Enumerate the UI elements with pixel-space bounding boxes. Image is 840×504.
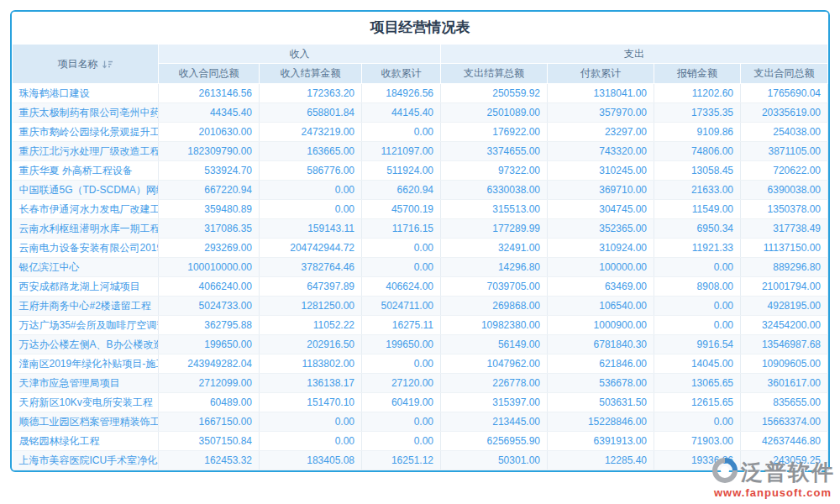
project-name-cell: 天府新区10Kv变电所安装工程 xyxy=(13,393,159,412)
value-cell: 310245.00 xyxy=(548,161,654,181)
value-cell: 1765690.04 xyxy=(741,84,828,103)
table-row[interactable]: 中国联通5G（TD-SCDMA）网络三期667220.940.006620.94… xyxy=(13,181,828,200)
value-cell: 199650.00 xyxy=(159,335,260,354)
value-cell: 16275.11 xyxy=(362,316,441,335)
project-name-cell: 顺德工业园区档案管理精装饰工程 xyxy=(13,412,159,432)
value-cell: 44345.40 xyxy=(159,103,260,123)
column-header-payments-accumulated: 付款累计 xyxy=(548,64,654,84)
value-cell: 586776.00 xyxy=(260,161,362,181)
value-cell: 27120.00 xyxy=(362,374,441,393)
table-row[interactable]: 万达办公楼左侧A、B办公楼改造建设199650.00202916.5019965… xyxy=(13,335,828,354)
table-row[interactable]: 西安成都路龙湖上河城项目4066240.00647397.89406624.00… xyxy=(13,277,828,297)
value-cell: 13065.65 xyxy=(654,374,741,393)
value-cell: 2501089.00 xyxy=(441,103,548,123)
table-row[interactable]: 重庆太极制药有限公司亳州中药材十44345.40658801.8444145.4… xyxy=(13,103,828,123)
value-cell: 15228846.00 xyxy=(548,412,654,432)
value-cell: 9109.86 xyxy=(654,123,741,142)
table-row[interactable]: 上海市美容医院ICU手术室净化工程162453.32183405.0816251… xyxy=(13,451,828,470)
table-row[interactable]: 重庆华夏 外高桥工程设备533924.70586776.00511924.009… xyxy=(13,161,828,181)
table-row[interactable]: 顺德工业园区档案管理精装饰工程1667150.000.000.00213445.… xyxy=(13,412,828,432)
value-cell: 5024733.00 xyxy=(159,297,260,316)
table-row[interactable]: 潼南区2019年绿化补贴项目-施工24243949282.041183802.0… xyxy=(13,354,828,374)
project-name-cell: 万达广场35#会所及咖啡厅空调安装 xyxy=(13,316,159,335)
value-cell: 0.00 xyxy=(362,354,441,374)
value-cell: 0.00 xyxy=(654,258,741,277)
fanpu-logo-icon xyxy=(711,456,739,488)
column-header-receipts-accumulated: 收款累计 xyxy=(362,64,441,84)
column-group-expense: 支出 xyxy=(441,45,828,64)
table-row[interactable]: 银亿滨江中心100010000.003782764.460.0014296.80… xyxy=(13,258,828,277)
table-row[interactable]: 珠海鹤港口建设2613146.56172363.20184926.5625055… xyxy=(13,84,828,103)
sort-icon[interactable] xyxy=(102,60,113,69)
table-row[interactable]: 万达广场35#会所及咖啡厅空调安装362795.8811052.2216275.… xyxy=(13,316,828,335)
report-card: 项目经营情况表 项目名称 xyxy=(10,10,830,472)
value-cell: 74806.00 xyxy=(654,142,741,161)
page-title: 项目经营情况表 xyxy=(12,12,828,44)
table-row[interactable]: 云南电力设备安装有限公司2019--20293269.00204742944.7… xyxy=(13,239,828,258)
table-row[interactable]: 天府新区10Kv变电所安装工程60489.00151470.1060419.00… xyxy=(13,393,828,412)
table-row[interactable]: 云南水利枢纽潜明水库一期工程施工317086.35159143.1111716.… xyxy=(13,219,828,239)
value-cell: 226778.00 xyxy=(441,374,548,393)
value-cell: 1183802.00 xyxy=(260,354,362,374)
project-name-cell: 晟铭园林绿化工程 xyxy=(13,432,159,451)
table-row[interactable]: 长春市伊通河水力发电厂改建工程359480.890.0045700.193155… xyxy=(13,200,828,219)
value-cell: 172363.20 xyxy=(260,84,362,103)
value-cell: 6781840.30 xyxy=(548,335,654,354)
value-cell: 2613146.56 xyxy=(159,84,260,103)
value-cell: 176922.00 xyxy=(441,123,548,142)
brand-url: www.fanpusoft.com xyxy=(714,486,832,499)
value-cell: 254038.00 xyxy=(741,123,828,142)
value-cell: 7039705.00 xyxy=(441,277,548,297)
table-row[interactable]: 重庆市鹅岭公园绿化景观提升工程施2010630.002473219.000.00… xyxy=(13,123,828,142)
project-name-cell: 重庆太极制药有限公司亳州中药材十 xyxy=(13,103,159,123)
value-cell: 315513.00 xyxy=(441,200,548,219)
value-cell: 310924.00 xyxy=(548,239,654,258)
value-cell: 0.00 xyxy=(362,258,441,277)
value-cell: 0.00 xyxy=(260,432,362,451)
value-cell: 23297.00 xyxy=(548,123,654,142)
project-name-cell: 长春市伊通河水力发电厂改建工程 xyxy=(13,200,159,219)
project-name-cell: 西安成都路龙湖上河城项目 xyxy=(13,277,159,297)
value-cell: 4928195.00 xyxy=(741,297,828,316)
value-cell: 317738.49 xyxy=(741,219,828,239)
value-cell: 4066240.00 xyxy=(159,277,260,297)
project-name-cell: 王府井商务中心#2楼遗留工程 xyxy=(13,297,159,316)
value-cell: 5024711.00 xyxy=(362,297,441,316)
value-cell: 11921.33 xyxy=(654,239,741,258)
value-cell: 2473219.00 xyxy=(260,123,362,142)
value-cell: 3507150.84 xyxy=(159,432,260,451)
value-cell: 162453.32 xyxy=(159,451,260,470)
table-row[interactable]: 重庆江北污水处理厂级改造工程-道路182309790.00163665.0011… xyxy=(13,142,828,161)
value-cell: 21633.00 xyxy=(654,181,741,200)
value-cell: 13546987.68 xyxy=(741,335,828,354)
value-cell: 317086.35 xyxy=(159,219,260,239)
value-cell: 183405.08 xyxy=(260,451,362,470)
table-row[interactable]: 晟铭园林绿化工程3507150.840.000.006256955.906391… xyxy=(13,432,828,451)
value-cell: 1318041.00 xyxy=(548,84,654,103)
value-cell: 0.00 xyxy=(260,412,362,432)
value-cell: 6256955.90 xyxy=(441,432,548,451)
project-name-cell: 重庆市鹅岭公园绿化景观提升工程施 xyxy=(13,123,159,142)
value-cell: 0.00 xyxy=(260,181,362,200)
column-header-expense-settlement-total: 支出结算总额 xyxy=(441,64,548,84)
column-header-project-name[interactable]: 项目名称 xyxy=(13,45,159,84)
value-cell: 184926.56 xyxy=(362,84,441,103)
value-cell: 2010630.00 xyxy=(159,123,260,142)
value-cell: 213445.00 xyxy=(441,412,548,432)
value-cell: 352365.00 xyxy=(548,219,654,239)
value-cell: 369710.00 xyxy=(548,181,654,200)
table-row[interactable]: 天津市应急管理局项目2712099.00136138.1727120.00226… xyxy=(13,374,828,393)
value-cell: 315397.00 xyxy=(441,393,548,412)
value-cell: 11202.60 xyxy=(654,84,741,103)
value-cell: 3782764.46 xyxy=(260,258,362,277)
value-cell: 44145.40 xyxy=(362,103,441,123)
value-cell: 11137150.00 xyxy=(741,239,828,258)
value-cell: 45700.19 xyxy=(362,200,441,219)
value-cell: 889296.80 xyxy=(741,258,828,277)
table-row[interactable]: 王府井商务中心#2楼遗留工程5024733.001281250.00502471… xyxy=(13,297,828,316)
value-cell: 204742944.72 xyxy=(260,239,362,258)
value-cell: 304745.00 xyxy=(548,200,654,219)
value-cell: 6620.94 xyxy=(362,181,441,200)
project-report-table: 项目名称 xyxy=(12,44,828,470)
value-cell: 6391913.00 xyxy=(548,432,654,451)
